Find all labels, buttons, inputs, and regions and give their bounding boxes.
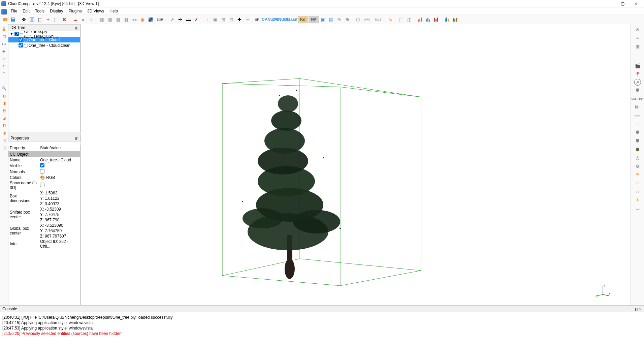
cloud-icon[interactable]: ☁	[71, 16, 79, 23]
r-camera-icon[interactable]: 🎬	[633, 62, 642, 69]
tree-expand-icon[interactable]: ▼	[10, 32, 14, 36]
bars3-icon[interactable]	[432, 16, 440, 23]
r-stack-icon[interactable]: ≡	[633, 34, 642, 41]
r-north-icon[interactable]: N↑	[633, 103, 642, 111]
grid2-icon[interactable]: ▦	[106, 16, 114, 23]
grid3-icon[interactable]: ▦	[115, 16, 122, 23]
3d-viewport[interactable]: y x z	[81, 24, 631, 345]
sor-button[interactable]: SOR	[155, 16, 165, 23]
globe2-icon[interactable]: ⊕	[344, 16, 351, 23]
section-icon[interactable]: ◫	[406, 16, 413, 23]
fm-button[interactable]: FM	[309, 16, 319, 23]
r-sun-icon[interactable]: ☀	[633, 196, 642, 203]
view-iso2-icon[interactable]: ◫	[1, 144, 7, 151]
view-iso1-icon[interactable]: ◫	[1, 137, 7, 144]
prop-visible-checkbox[interactable]	[40, 163, 44, 167]
list-icon[interactable]	[28, 16, 36, 23]
r-box-icon[interactable]: ▭	[633, 205, 642, 212]
menu-tools[interactable]: Tools	[32, 8, 47, 14]
globe1-icon[interactable]: ⊕	[335, 16, 343, 23]
nc-button[interactable]: N+C	[362, 16, 373, 23]
r-shield3-icon[interactable]: ⛊	[633, 137, 642, 145]
prop-normals-checkbox[interactable]	[40, 169, 44, 174]
sample-icon[interactable]: ⬚	[36, 16, 44, 23]
add-icon[interactable]: ✚	[236, 16, 243, 23]
bars1-icon[interactable]	[416, 16, 424, 23]
view-cube-icon[interactable]: ◫	[1, 33, 7, 40]
tree-child2-checkbox[interactable]	[19, 43, 23, 48]
menu-3dviews[interactable]: 3D Views	[85, 8, 107, 14]
menu-edit[interactable]: Edit	[20, 8, 32, 14]
classify-button[interactable]: Classify	[287, 16, 297, 23]
layers-icon[interactable]: ▤	[327, 16, 335, 23]
properties-float-icon[interactable]: ◧	[75, 136, 78, 140]
bars2-icon[interactable]	[424, 16, 432, 23]
center-icon[interactable]: ✛	[176, 16, 184, 23]
kd-button[interactable]: Kd	[298, 16, 308, 23]
save-icon[interactable]	[9, 16, 17, 23]
camera-icon[interactable]: ▣	[212, 16, 219, 23]
console-float-icon[interactable]: ◧	[635, 307, 638, 311]
r-scatter-icon[interactable]: ⁙	[633, 120, 642, 128]
view-plus2-icon[interactable]: +	[1, 77, 7, 84]
view-ortho-icon[interactable]: ◻	[1, 70, 7, 77]
link-icon[interactable]: ⫘	[131, 16, 138, 23]
pcv-icon[interactable]: ◉	[139, 16, 146, 23]
mesh-icon[interactable]: ⬡	[354, 16, 362, 23]
tree-child1-checkbox[interactable]	[19, 37, 23, 42]
close-button[interactable]: ✕	[629, 0, 643, 7]
level-icon[interactable]: ▬	[185, 16, 192, 23]
tree-root-checkbox[interactable]	[14, 32, 19, 36]
dbtree-panel[interactable]: ▼ 🗀 One_tree.ply (C:/Users/QiuShi... ◯ O…	[8, 31, 80, 132]
maximize-button[interactable]: ▢	[616, 0, 629, 7]
r-layers-icon[interactable]: ☰	[633, 171, 642, 178]
view-auto-icon[interactable]: ⤢	[1, 55, 7, 62]
bars5-icon[interactable]	[451, 16, 459, 23]
remove-icon[interactable]: ☰	[244, 16, 251, 23]
view-left-icon[interactable]: ◧	[1, 122, 7, 129]
histogram-icon[interactable]: ⊥	[203, 16, 211, 23]
merge-icon[interactable]: ⊞	[220, 16, 227, 23]
tree-child2-row[interactable]: ◯ One_tree - Cloud.clean	[8, 42, 80, 48]
crop-icon[interactable]: ⬚	[53, 16, 60, 23]
minimize-button[interactable]: ─	[602, 0, 616, 7]
prop-showname-checkbox[interactable]	[40, 183, 44, 187]
mls-button[interactable]: MLS	[373, 16, 383, 23]
r-poly-icon[interactable]: ⬢	[633, 146, 642, 153]
tree-root-row[interactable]: ▼ 🗀 One_tree.ply (C:/Users/QiuShi...	[8, 31, 80, 37]
open-icon[interactable]	[1, 16, 9, 23]
clear-icon[interactable]: ✗	[193, 16, 200, 23]
console-header[interactable]: Console ◧ ✕	[0, 306, 644, 312]
sf-button[interactable]: SF	[252, 16, 262, 23]
r-arch-icon[interactable]: ∩	[633, 188, 642, 195]
view-11-icon[interactable]: 1:1	[1, 40, 7, 47]
r-shield2-icon[interactable]: ⛊	[633, 129, 642, 136]
menu-display[interactable]: Display	[47, 8, 66, 14]
bars4-icon[interactable]	[443, 16, 451, 23]
view-right-icon[interactable]: ◨	[1, 129, 7, 136]
screenshot-icon[interactable]: ▣	[319, 16, 327, 23]
view-back-icon[interactable]: ◪	[1, 115, 7, 121]
pick-icon[interactable]: ✥	[20, 16, 28, 23]
grid1-icon[interactable]: ▦	[98, 16, 106, 23]
r-hpr-label[interactable]: HPR	[631, 112, 644, 119]
points-icon[interactable]: ⁘	[88, 16, 95, 23]
menu-file[interactable]: File	[8, 8, 20, 14]
colorscale-icon[interactable]	[147, 16, 154, 23]
translate-icon[interactable]: ✦	[44, 16, 52, 23]
menu-plugins[interactable]: Plugins	[66, 8, 84, 14]
dbtree-float-icon[interactable]: ◧	[75, 26, 78, 30]
r-shield-icon[interactable]: ⛊	[633, 87, 642, 94]
r-csf-label[interactable]: CSF Filter	[631, 95, 644, 102]
subsample-icon[interactable]: ⊟	[228, 16, 235, 23]
r-noentry-icon[interactable]: ⊘	[633, 26, 642, 33]
console-close-icon[interactable]: ✕	[639, 307, 642, 311]
r-ellipse-icon[interactable]: ⬭	[633, 179, 642, 187]
grid4-icon[interactable]: ▦	[123, 16, 130, 23]
curve-icon[interactable]: ∿	[387, 16, 394, 23]
view-lock-icon[interactable]: 🔒	[1, 26, 7, 32]
view-front-icon[interactable]: ◩	[1, 107, 7, 114]
r-grid-icon[interactable]: ▦	[633, 42, 642, 50]
view-rotate-icon[interactable]: ↶	[1, 63, 7, 69]
menu-help[interactable]: Help	[107, 8, 121, 14]
